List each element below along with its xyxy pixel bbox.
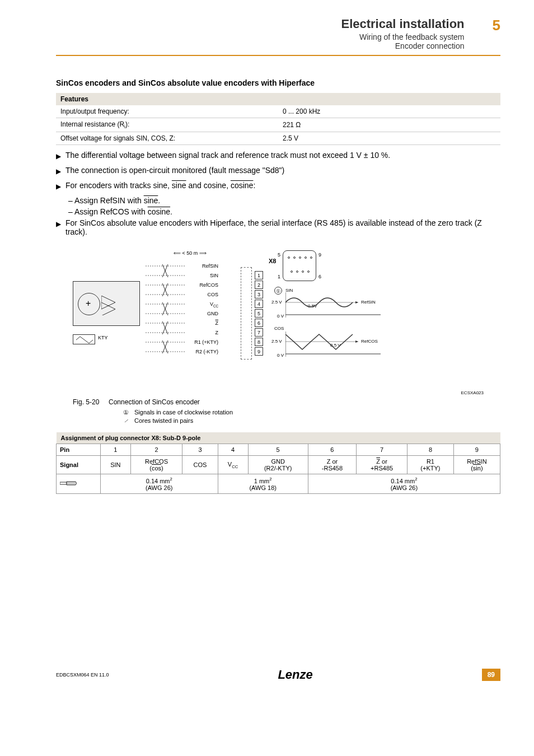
pin-cell: 6: [308, 444, 356, 456]
section-title: SinCos encoders and SinCos absolute valu…: [56, 78, 500, 87]
signal-label: Z: [185, 320, 218, 326]
bullet-text: For encoders with tracks sine, sine and …: [65, 181, 255, 190]
sine-wave-icon: [285, 292, 381, 318]
signal-label: R2 (-KTY): [185, 349, 218, 354]
header-title: Electrical installation: [341, 17, 464, 31]
figure-caption: Fig. 5-20 Connection of SinCos encoder: [73, 398, 500, 406]
bullet-text: The connection is open-circuit monitored…: [65, 166, 284, 175]
pin-cell: 8: [407, 444, 454, 456]
signal-cell: RefCOS(cos): [130, 456, 182, 474]
signal-cell: R1(+KTY): [407, 456, 454, 474]
pin-assignment-table: Assignment of plug connector X8: Sub-D 9…: [56, 432, 500, 494]
twisted-pairs-icon: [146, 264, 185, 357]
bullet-marker-icon: ▶: [56, 220, 61, 228]
clockwise-marker-icon: ①: [123, 409, 134, 416]
signal-cell: SIN: [100, 456, 130, 474]
pin-number: 7: [255, 328, 263, 337]
clockwise-marker-icon: ①: [274, 287, 282, 295]
ferrule-icon: [60, 480, 77, 486]
signal-label: Z: [185, 330, 218, 335]
sub-d-connector-icon: 5 9 1 6: [283, 250, 316, 281]
pin-cell: 9: [453, 444, 500, 456]
wave-label: COS: [274, 326, 284, 331]
encoder-plus-icon: +: [86, 298, 91, 309]
svg-rect-16: [60, 482, 67, 484]
connector-label: X8: [269, 258, 276, 264]
table-row: 0.14 mm2(AWG 26) 1 mm2(AWG 18) 0.14 mm2(…: [57, 474, 500, 494]
kty-label: KTY: [98, 335, 108, 340]
bullet-text: For SinCos absolute value encoders with …: [65, 218, 500, 236]
pin-row-label: Pin: [57, 444, 101, 456]
table-row: Input/output frequency: 0 ... 200 kHz: [56, 105, 500, 118]
kty-sensor-icon: [73, 334, 95, 344]
figure-legend: ①Signals in case of clockwise rotation ⟋…: [123, 409, 500, 424]
wiring-diagram: + KTY ⟸ < 50 m ⟹ RefSIN SIN RefCOS COS V…: [73, 248, 409, 388]
encoder-box: +: [73, 281, 140, 326]
header-subtitle-1: Wiring of the feedback system: [341, 32, 464, 41]
wave-label: 0 V: [277, 314, 284, 319]
cosine-wave-icon: [285, 332, 381, 357]
wire-cell: 1 mm2(AWG 18): [218, 474, 308, 494]
signal-cell: Z or+RS485: [357, 456, 407, 474]
signal-cell: VCC: [218, 456, 248, 474]
signal-label: R1 (+KTY): [185, 339, 218, 345]
bullet-item: ▶ For encoders with tracks sine, sine an…: [56, 181, 500, 190]
feature-value: 0 ... 200 kHz: [278, 105, 500, 118]
wave-label: 2.5 V: [271, 300, 282, 305]
wave-label: 2.5 V: [271, 339, 282, 344]
document-id: EDBCSXM064 EN 11.0: [56, 672, 109, 678]
ferrule-icon-cell: [57, 474, 101, 494]
pin-cell: 3: [182, 444, 218, 456]
bullet-marker-icon: ▶: [56, 167, 61, 175]
pin-number: 8: [255, 338, 263, 346]
signal-row-label: Signal: [57, 456, 101, 474]
table-row: Offset voltage for signals SIN, COS, Z: …: [56, 132, 500, 145]
pin-number: 2: [255, 281, 263, 289]
feature-label: Input/output frequency:: [56, 105, 278, 118]
figure-code: ECSXA023: [56, 390, 484, 395]
table-row: Internal resistance (Ri): 221 Ω: [56, 118, 500, 132]
bullet-marker-icon: ▶: [56, 183, 61, 190]
table-row: Pin 1 2 3 4 5 6 7 8 9: [57, 444, 500, 456]
page-number: 89: [482, 669, 500, 681]
signal-cell: GND(R2/-KTY): [248, 456, 308, 474]
feature-value: 221 Ω: [278, 118, 500, 132]
signal-label: VCC: [185, 301, 218, 308]
bullet-item: ▶ For SinCos absolute value encoders wit…: [56, 218, 500, 236]
pin-number: 3: [255, 290, 263, 298]
bullet-marker-icon: ▶: [56, 152, 61, 160]
page-footer: EDBCSXM064 EN 11.0 Lenze 89: [0, 656, 534, 693]
signal-cell: Z or-RS458: [308, 456, 356, 474]
feature-label: Internal resistance (Ri):: [56, 118, 278, 132]
pin-table-header: Assignment of plug connector X8: Sub-D 9…: [57, 432, 500, 444]
pin-number: 5: [255, 309, 263, 318]
chapter-number: 5: [493, 17, 500, 34]
page-header: Electrical installation Wiring of the fe…: [56, 17, 500, 50]
bullet-item: ▶ The differential voltage between signa…: [56, 151, 500, 160]
amp-icon: [101, 296, 135, 315]
features-header: Features: [56, 93, 500, 105]
pin-cell: 5: [248, 444, 308, 456]
pin-cell: 4: [218, 444, 248, 456]
pin-cell: 1: [100, 444, 130, 456]
header-subtitle-2: Encoder connection: [341, 41, 464, 50]
pin-number: 6: [255, 319, 263, 327]
feature-value: 2.5 V: [278, 132, 500, 145]
header-divider: [56, 55, 500, 56]
signal-label: SIN: [185, 273, 218, 278]
pin-cell: 2: [130, 444, 182, 456]
feature-label: Offset voltage for signals SIN, COS, Z:: [56, 132, 278, 145]
signal-label: COS: [185, 292, 218, 297]
signal-label: GND: [185, 311, 218, 316]
pin-cell: 7: [357, 444, 407, 456]
shield-box-icon: [241, 267, 252, 360]
twisted-pair-icon: ⟋: [123, 417, 134, 424]
sub-bullet: – Assign RefCOS with cosine.: [68, 207, 500, 216]
wave-label: 0 V: [277, 353, 284, 358]
pin-number: 4: [255, 300, 263, 308]
bullet-text: The differential voltage between signal …: [65, 151, 390, 160]
wire-cell: 0.14 mm2(AWG 26): [308, 474, 500, 494]
bullet-item: ▶ The connection is open-circuit monitor…: [56, 166, 500, 175]
table-row: Signal SIN RefCOS(cos) COS VCC GND(R2/-K…: [57, 456, 500, 474]
signal-cell: RefSIN(sin): [453, 456, 500, 474]
